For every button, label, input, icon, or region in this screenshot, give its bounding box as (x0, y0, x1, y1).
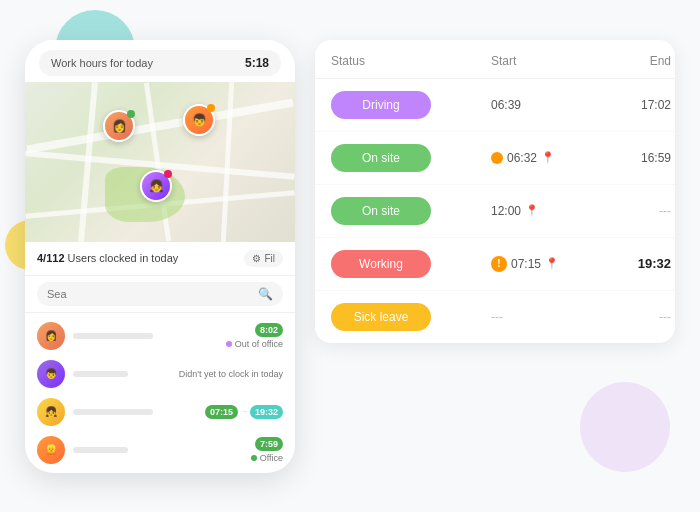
user-status-text: Out of office (226, 339, 283, 349)
end-cell: 16:59 (591, 151, 671, 165)
exclamation-icon: ! (491, 256, 507, 272)
list-item: 👧 07:15 → 19:32 (25, 393, 295, 431)
user-bar-placeholder (73, 333, 153, 339)
user-bar-placeholder (73, 409, 153, 415)
location-icon: 📍 (541, 151, 555, 164)
map-road (221, 82, 234, 242)
clocked-text: 4/112 Users clocked in today (37, 252, 178, 264)
start-cell: 06:39 (491, 98, 591, 112)
end-dash: --- (659, 310, 671, 324)
right-panel: Status Start End Driving 06:39 17:02 On … (315, 40, 675, 343)
status-badge: Working (331, 250, 431, 278)
map-road (26, 98, 293, 153)
start-cell: --- (491, 310, 591, 324)
search-icon: 🔍 (258, 287, 273, 301)
col-header-status: Status (331, 54, 491, 68)
table-row: On site 12:00 📍 --- (315, 185, 675, 238)
end-dash: --- (659, 204, 671, 218)
map-avatar-pin-1: 👩 (103, 110, 135, 142)
table-row: Driving 06:39 17:02 (315, 79, 675, 132)
user-status-text: Didn't yet to clock in today (179, 369, 283, 379)
main-container: Work hours for today 5:18 👩 (5, 20, 695, 493)
status-cell: Sick leave (331, 303, 491, 331)
list-item: 👱 7:59 Office (25, 431, 295, 469)
time-end: 19:32 (250, 405, 283, 419)
location-icon: 📍 (525, 204, 539, 217)
start-cell: 06:32 📍 (491, 151, 591, 165)
status-dot (226, 341, 232, 347)
start-cell: ! 07:15 📍 (491, 256, 591, 272)
time-start: 07:15 (205, 405, 238, 419)
end-time: 19:32 (638, 256, 671, 271)
status-badge: Sick leave (331, 303, 431, 331)
work-hours-pill: Work hours for today 5:18 (39, 50, 281, 76)
status-badge: On site (331, 144, 431, 172)
user-info (73, 409, 197, 415)
work-hours-value: 5:18 (245, 56, 269, 70)
end-cell: --- (591, 204, 671, 218)
pin-dot-green (127, 110, 135, 118)
work-hours-label: Work hours for today (51, 57, 153, 69)
pin-dot-orange (207, 104, 215, 112)
user-status-area: 8:02 Out of office (226, 323, 283, 349)
start-dash: --- (491, 310, 503, 324)
filter-icon: ⚙ (252, 253, 261, 264)
user-info (73, 371, 171, 377)
end-cell: --- (591, 310, 671, 324)
status-cell: Working (331, 250, 491, 278)
avatar: 👩 (37, 322, 65, 350)
start-cell: 12:00 📍 (491, 204, 591, 218)
user-list: 👩 8:02 Out of office 👦 Didn (25, 313, 295, 473)
start-time: 12:00 (491, 204, 521, 218)
end-time: 16:59 (641, 151, 671, 165)
table-row: Sick leave --- --- (315, 291, 675, 343)
user-bar-placeholder (73, 447, 128, 453)
status-badge: On site (331, 197, 431, 225)
col-header-start: Start (491, 54, 591, 68)
status-cell: On site (331, 197, 491, 225)
avatar: 👧 (37, 398, 65, 426)
status-cell: Driving (331, 91, 491, 119)
user-time-badge: 7:59 (255, 437, 283, 451)
status-cell: On site (331, 144, 491, 172)
end-cell: 17:02 (591, 98, 671, 112)
phone-mockup: Work hours for today 5:18 👩 (25, 40, 295, 473)
user-bar-placeholder (73, 371, 128, 377)
table-row: On site 06:32 📍 16:59 (315, 132, 675, 185)
clocked-count: 4/112 (37, 252, 65, 264)
map-area: 👩 👦 👧 (25, 82, 295, 242)
search-bar: 🔍 (25, 276, 295, 313)
time-arrow-icon: → (240, 407, 248, 416)
status-dot (251, 455, 257, 461)
map-avatar-pin-3: 👧 (140, 170, 172, 202)
list-item: 👦 Didn't yet to clock in today (25, 355, 295, 393)
clocked-bar: 4/112 Users clocked in today ⚙ Fil (25, 242, 295, 276)
table-row: Working ! 07:15 📍 19:32 (315, 238, 675, 291)
start-time: 06:39 (491, 98, 521, 112)
map-avatar-pin-2: 👦 (183, 104, 215, 136)
avatar: 👦 (37, 360, 65, 388)
end-time: 17:02 (641, 98, 671, 112)
status-badge: Driving (331, 91, 431, 119)
user-time-badge: 8:02 (255, 323, 283, 337)
pin-dot-pink (164, 170, 172, 178)
user-info (73, 447, 243, 453)
filter-button[interactable]: ⚙ Fil (244, 250, 283, 267)
start-time: 06:32 (507, 151, 537, 165)
user-status-area: 7:59 Office (251, 437, 283, 463)
search-input[interactable] (47, 288, 252, 300)
user-info (73, 333, 218, 339)
avatar: 👱 (37, 436, 65, 464)
location-icon: 📍 (545, 257, 559, 270)
table-header: Status Start End (315, 40, 675, 79)
search-input-wrapper[interactable]: 🔍 (37, 282, 283, 306)
user-time-range: 07:15 → 19:32 (205, 405, 283, 419)
user-status-text: Office (251, 453, 283, 463)
orange-dot-icon (491, 152, 503, 164)
end-cell: 19:32 (591, 256, 671, 271)
phone-header: Work hours for today 5:18 (25, 40, 295, 82)
col-header-end: End (591, 54, 671, 68)
start-time: 07:15 (511, 257, 541, 271)
list-item: 👩 8:02 Out of office (25, 317, 295, 355)
